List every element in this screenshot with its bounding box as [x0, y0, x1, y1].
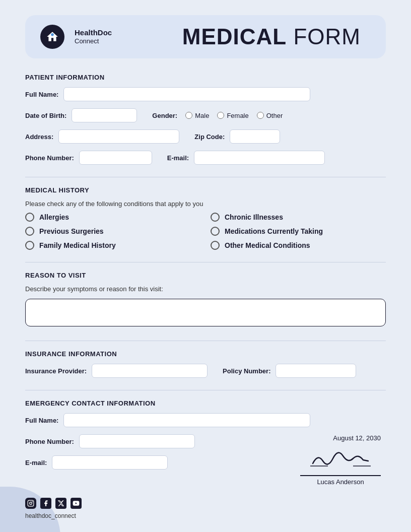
checkbox-allergies[interactable] — [25, 213, 34, 222]
sig-line — [300, 475, 381, 476]
dob-input[interactable] — [72, 108, 137, 122]
gender-female-label: Female — [227, 112, 248, 119]
divider-2 — [25, 262, 386, 262]
full-name-label: Full Name: — [25, 91, 58, 98]
gender-female[interactable]: Female — [217, 112, 248, 119]
emerg-email-row: E-mail: — [25, 455, 195, 470]
dob-gender-row: Date of Birth: Gender: Male Female Other — [25, 108, 386, 122]
emerg-email-input[interactable] — [52, 455, 168, 470]
checkbox-medications[interactable] — [211, 227, 220, 236]
policy-input[interactable] — [276, 364, 356, 378]
gender-label: Gender: — [152, 112, 177, 119]
signature-block: August 12, 2030 Lucas Anderson — [300, 434, 381, 486]
gender-female-radio[interactable] — [217, 112, 224, 119]
x-icon[interactable] — [55, 498, 66, 509]
condition-other: Other Medical Conditions — [211, 241, 386, 250]
reason-visit-desc: Describe your symptoms or reason for thi… — [25, 285, 386, 293]
phone-input[interactable] — [79, 151, 152, 165]
condition-allergies: Allergies — [25, 213, 200, 222]
condition-surgeries-label: Previous Surgeries — [39, 227, 104, 235]
emerg-name-input[interactable] — [63, 413, 310, 427]
condition-chronic: Chronic Illnesses — [211, 213, 386, 222]
divider-1 — [25, 177, 386, 177]
social-icons — [25, 498, 386, 509]
zip-input[interactable] — [230, 129, 280, 144]
condition-family: Family Medical History — [25, 241, 200, 250]
insurance-row: Insurance Provider: Policy Number: — [25, 364, 386, 378]
divider-3 — [25, 341, 386, 341]
medical-history-desc: Please check any of the following condit… — [25, 200, 386, 208]
insurance-title: INSURANCE INFORMATION — [25, 350, 386, 358]
gender-male[interactable]: Male — [185, 112, 209, 119]
brand-sub: Connect — [75, 37, 112, 45]
condition-medications-label: Medications Currently Taking — [225, 227, 323, 235]
emergency-section: EMERGENCY CONTACT INFORMATION Full Name:… — [25, 400, 386, 486]
emerg-phone-input[interactable] — [79, 434, 195, 448]
condition-medications: Medications Currently Taking — [211, 227, 386, 236]
insurance-provider-label: Insurance Provider: — [25, 367, 87, 375]
svg-point-0 — [51, 33, 53, 36]
svg-rect-3 — [28, 500, 34, 506]
full-name-input[interactable] — [63, 87, 310, 101]
brand-name: HealthDoc — [75, 28, 112, 37]
condition-chronic-label: Chronic Illnesses — [225, 213, 283, 221]
youtube-icon[interactable] — [71, 498, 82, 509]
header-bar: HealthDoc Connect MEDICAL FORM — [25, 15, 386, 58]
medical-history-title: MEDICAL HISTORY — [25, 186, 386, 194]
title-bold: MEDICAL — [182, 24, 287, 49]
reason-visit-title: REASON TO VISIT — [25, 272, 386, 279]
condition-surgeries: Previous Surgeries — [25, 227, 200, 236]
svg-point-5 — [32, 501, 33, 502]
emerg-name-row: Full Name: — [25, 413, 386, 427]
insurance-section: INSURANCE INFORMATION Insurance Provider… — [25, 350, 386, 378]
checkbox-surgeries[interactable] — [25, 227, 34, 236]
instagram-icon[interactable] — [25, 498, 36, 509]
brand-text: HealthDoc Connect — [75, 28, 112, 45]
email-input[interactable] — [194, 151, 325, 165]
emerg-email-label: E-mail: — [25, 459, 47, 467]
policy-label: Policy Number: — [223, 367, 270, 375]
conditions-grid: Allergies Chronic Illnesses Previous Sur… — [25, 213, 386, 250]
email-label: E-mail: — [167, 154, 189, 162]
insurance-provider-input[interactable] — [92, 364, 208, 378]
gender-other[interactable]: Other — [257, 112, 283, 119]
reason-visit-textarea[interactable] — [25, 299, 386, 326]
social-handle: healthdoc_connect — [25, 512, 76, 519]
house-icon — [46, 30, 59, 43]
sig-name: Lucas Anderson — [300, 478, 381, 486]
patient-info-title: PATIENT INFORMATION — [25, 74, 386, 81]
checkbox-family[interactable] — [25, 241, 34, 250]
phone-email-row: Phone Number: E-mail: — [25, 151, 386, 165]
condition-family-label: Family Medical History — [39, 241, 116, 249]
patient-info-section: PATIENT INFORMATION Full Name: Date of B… — [25, 74, 386, 165]
condition-allergies-label: Allergies — [39, 213, 69, 221]
reason-visit-section: REASON TO VISIT Describe your symptoms o… — [25, 272, 386, 328]
facebook-icon[interactable] — [40, 498, 51, 509]
gender-other-radio[interactable] — [257, 112, 264, 119]
svg-point-4 — [30, 502, 32, 505]
page-title: MEDICAL FORM — [182, 24, 361, 49]
condition-other-label: Other Medical Conditions — [225, 241, 310, 249]
medical-history-section: MEDICAL HISTORY Please check any of the … — [25, 186, 386, 250]
checkbox-other[interactable] — [211, 241, 220, 250]
signature-svg — [308, 446, 373, 471]
gender-male-label: Male — [195, 112, 209, 119]
phone-label: Phone Number: — [25, 154, 74, 162]
gender-other-label: Other — [266, 112, 283, 119]
footer: healthdoc_connect — [25, 498, 386, 520]
zip-label: Zip Code: — [194, 133, 225, 141]
emerg-phone-label: Phone Number: — [25, 438, 74, 445]
emerg-name-label: Full Name: — [25, 417, 58, 424]
gender-group: Male Female Other — [185, 112, 283, 119]
address-row: Address: Zip Code: — [25, 129, 386, 144]
emergency-title: EMERGENCY CONTACT INFORMATION — [25, 400, 386, 407]
gender-male-radio[interactable] — [185, 112, 192, 119]
title-light: FORM — [287, 24, 361, 49]
emerg-phone-row: Phone Number: — [25, 434, 195, 448]
date-text: August 12, 2030 — [300, 434, 381, 442]
address-label: Address: — [25, 133, 53, 141]
address-input[interactable] — [58, 129, 179, 144]
checkbox-chronic[interactable] — [211, 213, 220, 222]
full-name-row: Full Name: — [25, 87, 386, 101]
logo-icon — [40, 25, 64, 49]
